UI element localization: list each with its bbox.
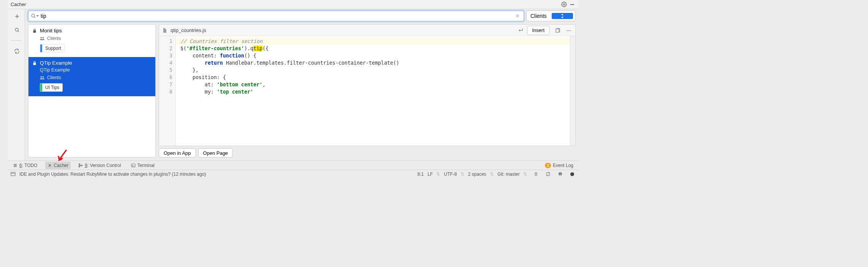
insert-button[interactable]: Insert bbox=[527, 26, 549, 35]
snippet-title: Monit tips bbox=[40, 28, 62, 33]
minimize-icon[interactable] bbox=[569, 1, 576, 8]
status-indent[interactable]: 2 spaces ⇅ bbox=[468, 172, 494, 177]
code-editor[interactable]: // Countries filter section$('#filter-co… bbox=[176, 36, 570, 146]
search-icon[interactable] bbox=[13, 26, 21, 34]
status-message[interactable]: IDE and Plugin Updates: Restart RubyMine… bbox=[19, 172, 413, 177]
tag-chip[interactable]: UI Tips bbox=[40, 83, 63, 92]
svg-point-6 bbox=[43, 37, 44, 38]
status-caret-pos[interactable]: 8:1 bbox=[417, 172, 424, 177]
tab-todo[interactable]: 6: TODO bbox=[11, 162, 40, 169]
refresh-icon[interactable] bbox=[13, 47, 21, 55]
window-icon[interactable] bbox=[11, 172, 16, 176]
open-in-app-button[interactable]: Open in App bbox=[159, 148, 196, 157]
tool-title: Cacher bbox=[11, 2, 559, 7]
snippet-item[interactable]: Monit tips Clients Support bbox=[28, 25, 155, 57]
svg-point-5 bbox=[41, 37, 42, 38]
file-name: qtip_countries.js bbox=[170, 27, 513, 33]
minimize-editor-icon[interactable]: — bbox=[565, 27, 572, 34]
svg-point-17 bbox=[570, 172, 574, 176]
svg-point-8 bbox=[41, 76, 42, 78]
svg-point-2 bbox=[15, 28, 18, 31]
clients-label: Clients bbox=[47, 75, 61, 80]
tag-chip[interactable]: Support bbox=[40, 44, 65, 52]
line-gutter: 12345678 bbox=[159, 36, 176, 146]
svg-point-3 bbox=[32, 14, 35, 17]
svg-rect-1 bbox=[570, 4, 574, 5]
svg-point-12 bbox=[79, 166, 80, 167]
svg-rect-14 bbox=[131, 164, 135, 167]
gear-icon[interactable] bbox=[560, 1, 567, 8]
svg-point-0 bbox=[563, 4, 565, 5]
svg-rect-7 bbox=[33, 63, 36, 65]
search-input[interactable] bbox=[39, 13, 514, 19]
lock-icon bbox=[32, 61, 37, 65]
notifications-icon[interactable] bbox=[569, 171, 576, 178]
status-git[interactable]: Git: master ⇅ bbox=[497, 172, 527, 177]
svg-rect-15 bbox=[11, 172, 15, 176]
inspector-icon[interactable] bbox=[557, 171, 563, 178]
status-line-sep[interactable]: LF ⇅ bbox=[428, 172, 440, 177]
snippet-subtitle: QTip Example bbox=[40, 67, 152, 73]
people-icon bbox=[40, 37, 45, 40]
tab-vcs[interactable]: 9: Version Control bbox=[76, 162, 123, 169]
event-badge: 3 bbox=[545, 163, 551, 168]
tab-eventlog[interactable]: 3 Event Log bbox=[543, 162, 576, 169]
snippet-item-selected[interactable]: QTip Example QTip Example Clients UI Tip… bbox=[28, 57, 155, 96]
svg-point-11 bbox=[79, 164, 80, 165]
people-icon bbox=[40, 76, 45, 79]
svg-rect-16 bbox=[535, 174, 537, 176]
separator bbox=[11, 40, 21, 41]
clients-label: Clients bbox=[47, 36, 61, 41]
add-icon[interactable] bbox=[13, 12, 21, 21]
svg-rect-10 bbox=[556, 29, 559, 32]
scrollbar[interactable] bbox=[570, 36, 575, 146]
svg-point-13 bbox=[81, 165, 82, 166]
sync-icon[interactable] bbox=[544, 171, 551, 178]
copy-icon[interactable] bbox=[554, 27, 561, 34]
search-input-wrap[interactable]: ✕ bbox=[28, 11, 524, 21]
file-icon bbox=[162, 28, 167, 33]
filter-dropdown[interactable]: Clients bbox=[526, 11, 576, 21]
lock-icon bbox=[32, 29, 37, 33]
enter-icon[interactable] bbox=[517, 27, 524, 34]
clear-icon[interactable]: ✕ bbox=[514, 13, 521, 19]
open-page-button[interactable]: Open Page bbox=[198, 148, 233, 157]
snippet-title: QTip Example bbox=[40, 60, 72, 66]
filter-dropdown-label: Clients bbox=[530, 13, 552, 19]
tab-cacher[interactable]: Cacher bbox=[45, 162, 71, 169]
svg-point-9 bbox=[43, 76, 44, 78]
svg-rect-4 bbox=[33, 30, 36, 33]
status-encoding[interactable]: UTF-8 ⇅ bbox=[444, 172, 464, 177]
lock-icon[interactable] bbox=[532, 171, 539, 178]
tab-terminal[interactable]: Terminal bbox=[129, 162, 157, 169]
snippet-list: Monit tips Clients Support QTip Example bbox=[28, 24, 156, 157]
chevron-updown-icon bbox=[552, 13, 573, 19]
